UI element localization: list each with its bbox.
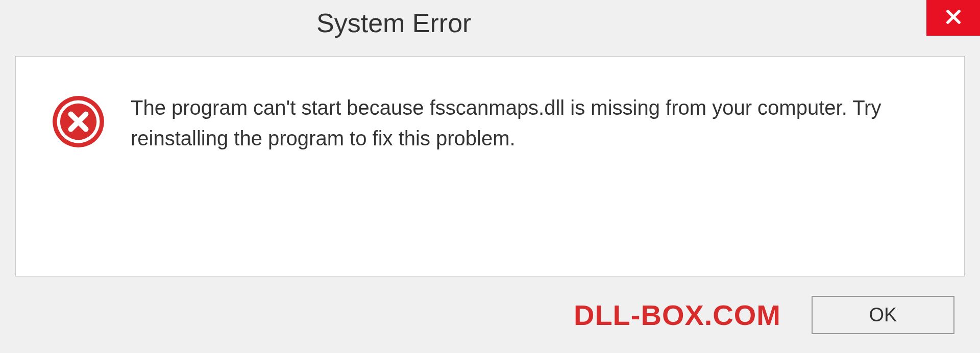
error-icon — [52, 95, 105, 148]
close-button[interactable] — [926, 0, 980, 36]
ok-button-label: OK — [869, 304, 897, 326]
error-message: The program can't start because fsscanma… — [131, 92, 934, 154]
ok-button[interactable]: OK — [812, 296, 954, 334]
titlebar: System Error — [0, 0, 980, 46]
watermark-text: DLL-BOX.COM — [574, 298, 781, 332]
error-dialog: System Error The program can't start bec… — [0, 0, 980, 353]
content-area: The program can't start because fsscanma… — [15, 56, 965, 276]
footer: DLL-BOX.COM OK — [0, 276, 980, 353]
dialog-title: System Error — [316, 8, 471, 38]
close-icon — [944, 7, 963, 29]
